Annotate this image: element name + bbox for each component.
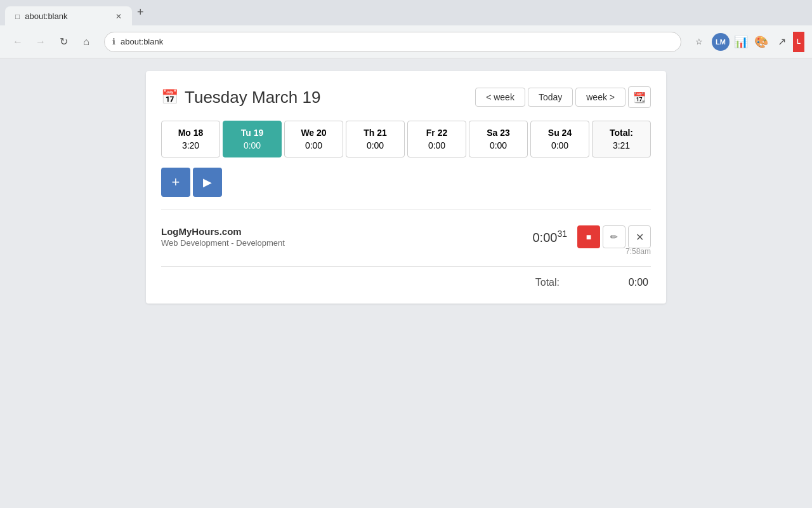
page-content: 📅 Tuesday March 19 < week Today week > 📆… (0, 58, 812, 508)
week-nav-buttons: < week Today week > 📆 (475, 86, 651, 108)
day-cell-sat[interactable]: Sa 23 0:00 (469, 121, 528, 157)
back-button[interactable]: ← (8, 32, 28, 52)
tab-close-button[interactable]: ✕ (115, 12, 122, 21)
card-header: 📅 Tuesday March 19 < week Today week > 📆 (161, 86, 651, 108)
ext-color-icon[interactable]: 🎨 (752, 33, 770, 51)
timer-seconds: 31 (557, 229, 567, 239)
divider-bottom (161, 266, 651, 267)
stop-icon: ■ (586, 232, 591, 242)
entry-actions: ■ ✏ ✕ (577, 225, 651, 248)
entry-timestamp: 7:58am (625, 247, 651, 256)
total-label: Total: (535, 277, 560, 288)
reload-button[interactable]: ↻ (53, 32, 74, 52)
main-card: 📅 Tuesday March 19 < week Today week > 📆… (146, 71, 666, 304)
day-cell-mon[interactable]: Mo 18 3:20 (161, 121, 220, 157)
calendar-picker-button[interactable]: 📆 (628, 86, 651, 108)
day-grid: Mo 18 3:20 Tu 19 0:00 We 20 0:00 Th 21 0… (161, 121, 651, 157)
new-tab-button[interactable]: + (132, 1, 149, 24)
delete-icon: ✕ (636, 231, 644, 243)
delete-entry-button[interactable]: ✕ (628, 225, 651, 248)
time-entry: LogMyHours.com Web Development - Develop… (161, 220, 651, 253)
stop-timer-button[interactable]: ■ (577, 225, 600, 248)
current-date: Tuesday March 19 (185, 88, 320, 107)
ext-bar-icon[interactable]: 📊 (732, 33, 750, 51)
total-row: Total: 0:00 (161, 277, 651, 288)
edit-entry-button[interactable]: ✏ (603, 225, 625, 248)
play-icon: ▶ (203, 175, 212, 189)
bookmark-button[interactable]: ☆ (689, 32, 709, 52)
day-cell-tue[interactable]: Tu 19 0:00 (223, 121, 282, 157)
address-input[interactable] (121, 37, 673, 46)
day-cell-wed[interactable]: We 20 0:00 (284, 121, 343, 157)
entry-info: LogMyHours.com Web Development - Develop… (161, 226, 532, 248)
edit-icon: ✏ (610, 232, 618, 242)
action-buttons: + ▶ (161, 168, 651, 197)
day-cell-fri[interactable]: Fr 22 0:00 (407, 121, 466, 157)
color-wheel-icon: 🎨 (754, 35, 768, 49)
entry-timer: 0:0031 (532, 229, 567, 245)
timer-value: 0:0031 (532, 229, 567, 245)
star-icon: ☆ (695, 37, 703, 46)
divider-top (161, 210, 651, 210)
date-title: 📅 Tuesday March 19 (161, 88, 320, 107)
diagonal-arrow-icon: ↗ (778, 36, 786, 48)
entry-project: Web Development - Development (161, 238, 532, 248)
tab-title: about:blank (25, 11, 110, 21)
plus-icon: + (172, 174, 180, 190)
entry-name: LogMyHours.com (161, 226, 532, 237)
next-week-button[interactable]: week > (575, 88, 625, 107)
back-icon: ← (13, 36, 23, 48)
info-icon: ℹ (112, 37, 115, 46)
forward-button[interactable]: → (30, 32, 51, 52)
reload-icon: ↻ (60, 36, 68, 48)
day-cell-thu[interactable]: Th 21 0:00 (346, 121, 405, 157)
day-cell-sun[interactable]: Su 24 0:00 (530, 121, 589, 157)
calendar-icon: 📅 (161, 89, 178, 105)
forward-icon: → (36, 36, 46, 48)
home-icon: ⌂ (83, 36, 89, 48)
tab-page-icon: □ (15, 12, 20, 21)
add-entry-button[interactable]: + (161, 168, 190, 197)
address-bar[interactable]: ℹ (104, 32, 681, 52)
ext-arrow-icon[interactable]: ↗ (773, 33, 790, 51)
home-button[interactable]: ⌂ (76, 32, 96, 52)
today-button[interactable]: Today (528, 88, 573, 107)
total-value: 0:00 (610, 277, 648, 288)
user-avatar[interactable]: LM (712, 33, 730, 51)
prev-week-button[interactable]: < week (475, 88, 525, 107)
calendar-picker-icon: 📆 (633, 91, 646, 104)
day-cell-total: Total: 3:21 (592, 121, 651, 157)
browser-tab[interactable]: □ about:blank ✕ (5, 6, 132, 26)
ext-red-button[interactable]: L (793, 32, 804, 52)
bar-chart-icon: 📊 (734, 35, 748, 49)
quick-start-button[interactable]: ▶ (193, 168, 222, 197)
